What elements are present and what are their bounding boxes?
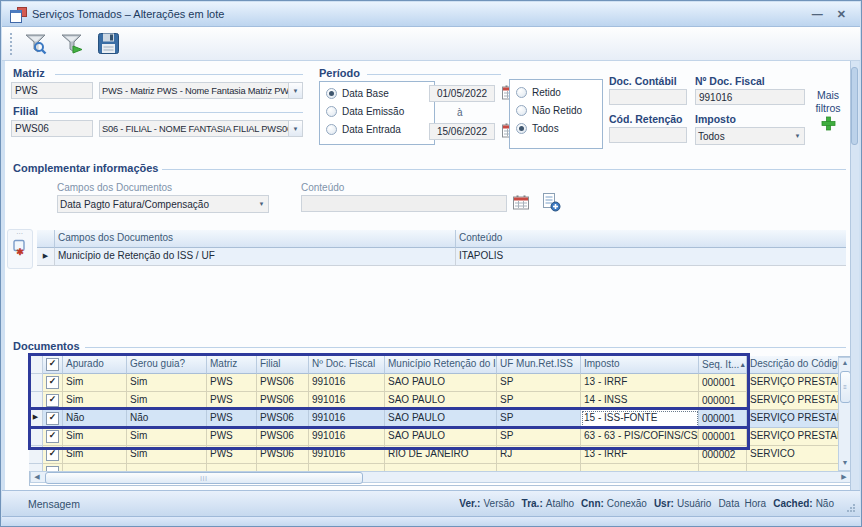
row-checkbox[interactable]: ✓: [46, 448, 59, 461]
cell-municipio[interactable]: SAO PAULO: [385, 374, 497, 392]
add-document-button[interactable]: [542, 192, 561, 216]
cell-seq[interactable]: 000001: [699, 374, 747, 392]
cell-uf[interactable]: SP: [497, 428, 581, 446]
cell-uf[interactable]: RJ: [497, 446, 581, 464]
cell-apurado[interactable]: Sim: [63, 374, 127, 392]
resize-grip[interactable]: [846, 503, 856, 513]
form-vscroll-thumb[interactable]: [851, 67, 858, 145]
header-imposto[interactable]: Imposto: [581, 356, 699, 374]
table-row-selected[interactable]: ▶ ✓ Não Não PWS PWS06 991016 SAO PAULO S…: [29, 410, 838, 428]
header-filial[interactable]: Filial: [257, 356, 309, 374]
scroll-right-icon[interactable]: ▶: [839, 473, 849, 481]
cell-filial[interactable]: PWS06: [257, 446, 309, 464]
radio-retido[interactable]: Retido: [516, 87, 561, 98]
cell-filial[interactable]: PWS06: [257, 392, 309, 410]
campo-cell[interactable]: Município de Retenção do ISS / UF: [55, 248, 456, 266]
date-from-field[interactable]: 01/05/2022: [429, 85, 495, 102]
radio-data-emissao[interactable]: Data Emissão: [326, 106, 404, 117]
cell-filial[interactable]: [257, 464, 309, 471]
cell-gerou-guia[interactable]: [127, 464, 207, 471]
header-municipio-retencao[interactable]: Município Retenção do ISS: [385, 356, 497, 374]
row-checkbox[interactable]: ✓: [46, 412, 59, 425]
table-row[interactable]: ✓ Sim Sim PWS PWS06 991016 SAO PAULO SP …: [29, 428, 838, 446]
filial-code-field[interactable]: PWS06: [11, 120, 93, 137]
header-seq-item[interactable]: Seq. It...▲: [699, 356, 747, 374]
cell-matriz[interactable]: PWS: [207, 392, 257, 410]
cell-municipio[interactable]: SAO PAULO: [385, 392, 497, 410]
cell-gerou-guia[interactable]: Sim: [127, 446, 207, 464]
row-checkbox-cell[interactable]: ✓: [43, 446, 63, 464]
scroll-left-icon[interactable]: ◀: [32, 473, 42, 481]
radio-nao-retido[interactable]: Não Retido: [516, 105, 582, 116]
mais-filtros-plus-button[interactable]: [821, 116, 836, 135]
scroll-up-icon[interactable]: ▲: [840, 359, 850, 366]
cell-gerou-guia[interactable]: Não: [127, 410, 207, 428]
cell-municipio[interactable]: [385, 464, 497, 471]
cell-apurado[interactable]: Não: [63, 410, 127, 428]
cell-seq[interactable]: 000001: [699, 428, 747, 446]
cell-uf[interactable]: [497, 464, 581, 471]
minimize-button[interactable]: —: [812, 9, 823, 20]
header-apurado[interactable]: Apurado: [63, 356, 127, 374]
cell-seq[interactable]: 000001: [699, 392, 747, 410]
cell-gerou-guia[interactable]: Sim: [127, 374, 207, 392]
radio-todos[interactable]: Todos: [516, 123, 559, 134]
campos-grid-row[interactable]: ▶ Município de Retenção do ISS / UF ITAP…: [37, 248, 846, 266]
cell-apurado[interactable]: Sim: [63, 428, 127, 446]
cell-num-doc-fiscal[interactable]: [309, 464, 385, 471]
cell-num-doc-fiscal[interactable]: 991016: [309, 374, 385, 392]
header-checkbox-cell[interactable]: ✓: [43, 356, 63, 374]
cell-apurado[interactable]: Sim: [63, 392, 127, 410]
calendar-icon[interactable]: [513, 195, 529, 214]
row-checkbox[interactable]: ✓: [46, 430, 59, 443]
cell-num-doc-fiscal[interactable]: 991016: [309, 446, 385, 464]
cell-filial[interactable]: PWS06: [257, 428, 309, 446]
cell-num-doc-fiscal[interactable]: 991016: [309, 410, 385, 428]
header-num-doc-fiscal[interactable]: Nº Doc. Fiscal: [309, 356, 385, 374]
header-descricao-codigo[interactable]: Descrição do Código do P: [747, 356, 838, 374]
conteudo-field[interactable]: [301, 195, 507, 212]
chevron-down-icon[interactable]: ▼: [288, 83, 302, 98]
cell-filial[interactable]: PWS06: [257, 410, 309, 428]
cell-imposto[interactable]: [581, 464, 699, 471]
date-to-field[interactable]: 15/06/2022: [429, 123, 495, 140]
table-row[interactable]: ✓ Sim Sim PWS PWS06 991016 SAO PAULO SP …: [29, 374, 838, 392]
cell-matriz[interactable]: PWS: [207, 446, 257, 464]
cell-seq[interactable]: 000001: [699, 410, 747, 428]
row-checkbox[interactable]: ✓: [46, 376, 59, 389]
row-checkbox[interactable]: ✓: [46, 394, 59, 407]
cell-filial[interactable]: PWS06: [257, 374, 309, 392]
filial-combobox[interactable]: S06 - FILIAL - NOME FANTASIA FILIAL PWS0…: [99, 120, 303, 137]
cell-imposto[interactable]: 13 - IRRF: [581, 446, 699, 464]
scroll-down-icon[interactable]: ▼: [840, 459, 850, 466]
matriz-code-field[interactable]: PWS: [11, 82, 93, 99]
cell-imposto[interactable]: 14 - INSS: [581, 392, 699, 410]
row-checkbox[interactable]: [46, 466, 59, 471]
remove-row-button[interactable]: ✱: [12, 239, 28, 260]
header-matriz[interactable]: Matriz: [207, 356, 257, 374]
table-row-partial[interactable]: [29, 464, 838, 471]
cod-retencao-field[interactable]: [609, 127, 687, 143]
cell-municipio[interactable]: SAO PAULO: [385, 428, 497, 446]
cell-uf[interactable]: SP: [497, 410, 581, 428]
row-checkbox-cell[interactable]: ✓: [43, 392, 63, 410]
cell-gerou-guia[interactable]: Sim: [127, 392, 207, 410]
cell-uf[interactable]: SP: [497, 374, 581, 392]
header-campos-documentos[interactable]: Campos dos Documentos: [55, 230, 456, 248]
header-uf-mun-ret[interactable]: UF Mun.Ret.ISS: [497, 356, 581, 374]
cell-descricao[interactable]: SERVICO: [747, 446, 838, 464]
cell-descricao[interactable]: SERVIÇO PRESTADO ISS: [747, 410, 838, 428]
conteudo-cell[interactable]: ITAPOLIS: [456, 248, 846, 266]
cell-uf[interactable]: SP: [497, 392, 581, 410]
radio-data-entrada[interactable]: Data Entrada: [326, 124, 401, 135]
row-checkbox-cell[interactable]: ✓: [43, 410, 63, 428]
select-all-checkbox[interactable]: ✓: [46, 358, 59, 371]
save-button[interactable]: [94, 30, 122, 58]
chevron-down-icon[interactable]: ▼: [791, 128, 804, 144]
cell-apurado[interactable]: [63, 464, 127, 471]
matriz-combobox[interactable]: PWS - Matriz PWS - Nome Fantasia Matriz …: [99, 82, 303, 99]
cell-imposto-editing[interactable]: 15 - ISS-FONTE: [581, 410, 699, 428]
row-checkbox-cell[interactable]: ✓: [43, 374, 63, 392]
cell-descricao[interactable]: [747, 464, 838, 471]
cell-matriz[interactable]: PWS: [207, 410, 257, 428]
